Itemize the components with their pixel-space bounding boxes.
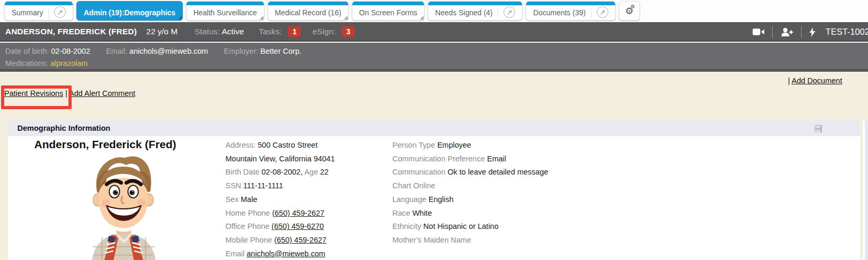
person-add-icon[interactable] <box>780 27 794 37</box>
person-type-value: Employee <box>437 141 471 149</box>
email-field-label: Email <box>225 249 244 258</box>
add-document-link[interactable]: Add Document <box>792 76 842 85</box>
age-value: 22 <box>320 168 329 176</box>
tab-inner-divider <box>498 7 498 18</box>
patient-header-bar: ANDERSON, FREDERICK (FRED) 22 y/o M Stat… <box>0 22 868 42</box>
field-row-chart-online: Chart Online <box>392 179 548 193</box>
patient-name: ANDERSON, FREDERICK (FRED) <box>5 27 137 36</box>
tab-summary[interactable]: Summary ↗ <box>4 1 73 21</box>
dob-label: Date of birth: <box>5 47 49 55</box>
patient-info-bar: Date of birth: 02-08-2002 Email: anichol… <box>0 43 868 72</box>
field-row-mothers-maiden-name: Mother's Maiden Name <box>392 234 548 247</box>
comm-preference-value: Email <box>487 155 506 163</box>
field-row-sex: Sex Male <box>225 193 335 207</box>
settings-gear-button[interactable]: ⚙ ⚙ <box>619 1 640 21</box>
app-window: Summary ↗ Admin (19):Demographics Health… <box>0 0 868 260</box>
journal-book-icon[interactable] <box>812 124 823 136</box>
esign-count-badge[interactable]: 3 <box>342 26 354 37</box>
mothers-maiden-name-label: Mother's Maiden Name <box>392 236 471 244</box>
birth-date-label: Birth Date <box>225 168 259 176</box>
field-row-ethnicity: Ethnicity Not Hispanic or Latino <box>392 220 548 234</box>
status-label: Status: <box>194 27 220 36</box>
email-value: anichols@mieweb.com <box>130 47 208 55</box>
field-row-person-type: Person Type Employee <box>392 139 548 152</box>
birth-date-value: 02-08-2002, <box>262 168 303 176</box>
chart-id: TEST-10025 <box>825 27 868 37</box>
lightning-icon[interactable] <box>809 27 816 37</box>
address-value-line2: Mountain View, California 94041 <box>225 155 335 163</box>
field-row-office-phone: Office Phone (650) 459-6270 <box>225 220 335 234</box>
tasks-label: Tasks: <box>259 27 282 36</box>
tab-on-screen-forms-label: On Screen Forms <box>359 8 417 17</box>
panel-body: Anderson, Frederick (Fred) <box>8 136 860 260</box>
field-row-race: Race White <box>392 207 548 220</box>
race-label: Race <box>392 209 410 217</box>
communication-label: Communication <box>392 168 446 176</box>
field-row-language: Language English <box>392 193 548 207</box>
email-link[interactable]: anichols@mieweb.com <box>246 249 325 258</box>
panel-header: Demographic Information <box>8 120 860 136</box>
medications-label: Medications: <box>5 59 48 68</box>
field-row-address2: Mountain View, California 94041 <box>225 152 335 166</box>
medications-value[interactable]: alprazolam <box>50 59 87 68</box>
toolbar-divider <box>772 26 773 38</box>
tab-health-surveillance[interactable]: Health Surveillance <box>186 1 264 21</box>
patient-age-sex: 22 y/o M <box>146 27 177 36</box>
ssn-value: 111-11-1111 <box>243 181 283 190</box>
video-camera-icon[interactable] <box>753 28 765 36</box>
patient-avatar <box>84 151 162 260</box>
demographics-column-secondary: Person Type Employee Communication Prefe… <box>392 139 548 247</box>
comm-preference-label: Communication Preference <box>392 155 485 163</box>
tab-summary-label: Summary <box>12 8 43 17</box>
sex-label: Sex <box>225 195 239 204</box>
employer-value: Better Corp. <box>260 47 301 55</box>
add-alert-comment-link[interactable]: Add Alert Comment <box>69 89 135 98</box>
mobile-phone-label: Mobile Phone <box>225 236 272 244</box>
home-phone-link[interactable]: (650) 459-2627 <box>272 209 324 217</box>
office-phone-label: Office Phone <box>225 222 270 230</box>
tab-admin-demographics[interactable]: Admin (19):Demographics <box>76 1 183 21</box>
links-separator: | <box>63 89 69 98</box>
race-value: White <box>412 209 432 217</box>
tab-documents[interactable]: Documents (39) ↗ <box>526 1 616 21</box>
field-row-ssn: SSN 111-11-1111 <box>225 179 335 193</box>
mobile-phone-link[interactable]: (650) 459-2627 <box>274 236 327 244</box>
tab-inner-divider <box>48 7 49 18</box>
field-row-communication: Communication Ok to leave detailed messa… <box>392 166 548 179</box>
chart-tab-bar: Summary ↗ Admin (19):Demographics Health… <box>0 0 868 22</box>
patient-action-links: Patient Revisions | Add Alert Comment <box>4 89 135 98</box>
panel-title: Demographic Information <box>17 124 110 132</box>
field-row-birth-date: Birth Date 02-08-2002, Age 22 <box>225 166 335 179</box>
tab-medical-record[interactable]: Medical Record (16) <box>268 1 349 21</box>
office-phone-link[interactable]: (650) 459-6270 <box>272 222 324 230</box>
tab-admin-label: Admin (19):Demographics <box>84 8 175 17</box>
tab-medical-record-label: Medical Record (16) <box>275 8 341 17</box>
sex-value: Male <box>241 195 257 204</box>
add-document-prefix: | <box>788 76 792 85</box>
age-label: Age <box>304 168 318 176</box>
chart-online-label: Chart Online <box>392 181 435 190</box>
ssn-label: SSN <box>225 181 241 190</box>
tab-on-screen-forms[interactable]: On Screen Forms <box>352 1 425 21</box>
address-value-line1: 500 Castro Street <box>258 141 318 149</box>
field-row-mobile-phone: Mobile Phone (650) 459-2627 <box>225 234 335 247</box>
field-row-home-phone: Home Phone (650) 459-2627 <box>225 207 335 220</box>
home-phone-label: Home Phone <box>225 209 270 217</box>
field-row-email: Email anichols@mieweb.com <box>225 247 335 260</box>
person-type-label: Person Type <box>392 141 435 149</box>
popout-arrow-icon[interactable]: ↗ <box>54 6 66 18</box>
patient-revisions-link[interactable]: Patient Revisions <box>4 89 63 98</box>
communication-value: Ok to leave detailed message <box>448 168 548 176</box>
employer-label: Employer: <box>224 47 258 55</box>
tab-needs-signed[interactable]: Needs Signed (4) ↗ <box>428 1 522 21</box>
field-row-comm-preference: Communication Preference Email <box>392 152 548 166</box>
tab-health-surveillance-label: Health Surveillance <box>193 8 257 17</box>
tab-needs-signed-label: Needs Signed (4) <box>435 8 492 17</box>
tasks-count-badge[interactable]: 1 <box>288 26 301 37</box>
vertical-scrollbar[interactable] <box>863 120 868 260</box>
tab-inner-divider <box>591 7 591 18</box>
status-value: Active <box>222 27 244 36</box>
popout-arrow-icon[interactable]: ↗ <box>504 6 515 18</box>
patient-full-name: Anderson, Frederick (Fred) <box>34 138 176 151</box>
popout-arrow-icon[interactable]: ↗ <box>597 6 608 18</box>
